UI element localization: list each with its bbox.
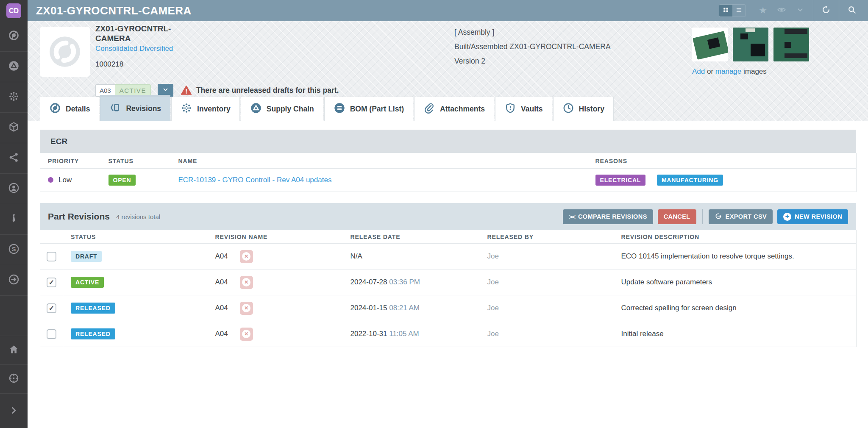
avatar[interactable]: CD — [6, 3, 21, 18]
pcb-image-3[interactable] — [773, 28, 809, 61]
sidebar-item-support[interactable] — [0, 365, 28, 394]
part-image-placeholder[interactable] — [40, 27, 90, 77]
revision-row: ✓ DRAFT A04✕ N/A Joe ECO 10145 implement… — [40, 244, 857, 270]
chevron-down-icon — [162, 86, 169, 94]
row-checkbox[interactable]: ✓ — [47, 303, 56, 313]
ecr-section: ECR PRIORITY STATUS NAME REASONS Low OPE… — [40, 130, 856, 192]
unreleased-drafts-warning: There are unreleased drafts for this par… — [196, 86, 339, 95]
revision-row: ✓ RELEASED A04✕ 2024-01-15 08:21 AM Joe … — [40, 295, 857, 321]
remove-revision-icon[interactable]: ✕ — [240, 276, 253, 289]
manage-images-link[interactable]: manage — [715, 67, 741, 75]
released-by: Joe — [487, 330, 499, 338]
tab-attachments[interactable]: Attachments — [414, 97, 494, 121]
company-link[interactable]: Consolidated Diversified — [95, 44, 201, 53]
col-release-date: RELEASE DATE — [343, 230, 480, 244]
ecr-header-bar: ECR — [40, 130, 856, 153]
remove-revision-icon[interactable]: ✕ — [240, 328, 253, 341]
topbar: ZX01-GYROCNTRL-CAMERA ★ — [28, 0, 868, 21]
revision-status-badge: RELEASED — [71, 328, 115, 339]
star-icon: ★ — [759, 6, 767, 15]
col-revision-name: REVISION NAME — [208, 230, 343, 244]
vendor-tie-icon — [8, 213, 19, 226]
favorite-button[interactable]: ★ — [757, 5, 768, 16]
image-thumbnails — [692, 28, 815, 61]
part-revisions-title: Part Revisions — [48, 211, 110, 222]
release-date: 2024-07-28 — [351, 278, 387, 286]
sidebar-item-go[interactable] — [0, 265, 28, 296]
pcb-image-1[interactable] — [692, 28, 728, 61]
tab-history[interactable]: History — [553, 97, 614, 121]
parts-icon — [8, 30, 19, 43]
export-csv-button[interactable]: EXPORT CSV — [709, 209, 773, 224]
package-icon — [8, 121, 19, 134]
revision-description: Update software parameters — [621, 278, 712, 286]
add-images-link[interactable]: Add — [692, 67, 705, 75]
warning-icon — [181, 85, 192, 96]
currency-icon: S — [8, 243, 19, 256]
image-links: Add or manage images — [692, 67, 815, 76]
sidebar-item-person[interactable] — [0, 174, 28, 204]
part-type: [ Assembly ] — [454, 28, 611, 37]
search-button[interactable] — [846, 5, 857, 16]
compare-revisions-button[interactable]: >< COMPARE REVISIONS — [563, 209, 653, 224]
refresh-icon — [821, 5, 831, 16]
reason-badge-manufacturing: MANUFACTURING — [657, 175, 723, 186]
revision-status-badge: ACTIVE — [71, 277, 104, 288]
list-view-icon — [735, 6, 743, 15]
row-checkbox[interactable]: ✓ — [47, 329, 56, 339]
row-checkbox[interactable]: ✓ — [47, 252, 56, 261]
export-icon — [715, 212, 722, 221]
release-time: 03:36 PM — [389, 278, 420, 286]
main-content: ECR PRIORITY STATUS NAME REASONS Low OPE… — [28, 122, 868, 428]
more-dropdown-button[interactable] — [795, 5, 806, 16]
new-revision-button[interactable]: + NEW REVISION — [777, 209, 848, 224]
release-date: 2022-10-31 — [351, 330, 387, 338]
revision-status-badge: DRAFT — [71, 251, 102, 262]
cancel-button[interactable]: CANCEL — [658, 209, 696, 224]
ecr-row: Low OPEN ECR-10139 - GYRO Controll - Rev… — [40, 169, 857, 192]
list-view-button[interactable] — [732, 5, 746, 17]
sidebar-item-inventory[interactable] — [0, 82, 28, 113]
sidebar-item-supply-chain[interactable] — [0, 52, 28, 82]
compare-icon: >< — [569, 213, 575, 220]
tab-strip: Details Revisions Inventory Supply Chain… — [40, 95, 615, 121]
revision-name: A04 — [215, 252, 228, 261]
sidebar-item-home[interactable] — [0, 336, 28, 365]
part-images: Add or manage images — [692, 28, 815, 76]
sidebar-item-package[interactable] — [0, 113, 28, 143]
revision-status-badge: RELEASED — [71, 303, 115, 314]
tab-bom[interactable]: BOM (Part List) — [324, 97, 413, 121]
tab-supply-chain[interactable]: Supply Chain — [241, 97, 323, 121]
sidebar-item-parts[interactable] — [0, 21, 28, 52]
revision-description: Initial release — [621, 330, 664, 338]
arrow-right-circle-icon — [8, 274, 19, 287]
revision-name: A04 — [215, 278, 228, 286]
tab-vaults[interactable]: Vaults — [495, 97, 552, 121]
tab-revisions[interactable]: Revisions — [100, 95, 170, 121]
priority-label: Low — [58, 176, 72, 184]
sidebar-item-currency[interactable]: S — [0, 235, 28, 265]
tab-inventory[interactable]: Inventory — [171, 97, 240, 121]
ecr-table: PRIORITY STATUS NAME REASONS Low OPEN EC… — [40, 153, 857, 192]
topbar-actions: ★ — [719, 0, 861, 21]
sidebar-item-share[interactable] — [0, 143, 28, 174]
revisions-icon — [109, 102, 121, 116]
sidebar-item-vendor[interactable] — [0, 204, 28, 235]
person-icon — [8, 182, 19, 195]
search-icon — [847, 5, 857, 16]
refresh-button[interactable] — [821, 5, 832, 16]
sidebar-expand[interactable] — [0, 394, 28, 428]
watch-button[interactable] — [776, 5, 787, 16]
tab-details[interactable]: Details — [40, 97, 99, 121]
topbar-divider — [839, 0, 839, 21]
remove-revision-icon[interactable]: ✕ — [240, 250, 253, 263]
row-checkbox[interactable]: ✓ — [47, 278, 56, 287]
priority-dot — [48, 177, 53, 183]
ecr-link[interactable]: ECR-10139 - GYRO Controll - Rev A04 upda… — [178, 176, 332, 184]
home-icon — [8, 344, 19, 357]
released-by: Joe — [487, 278, 499, 286]
pcb-image-2[interactable] — [733, 28, 768, 61]
remove-revision-icon[interactable]: ✕ — [240, 302, 253, 315]
details-icon — [49, 102, 61, 116]
grid-view-button[interactable] — [719, 5, 732, 17]
